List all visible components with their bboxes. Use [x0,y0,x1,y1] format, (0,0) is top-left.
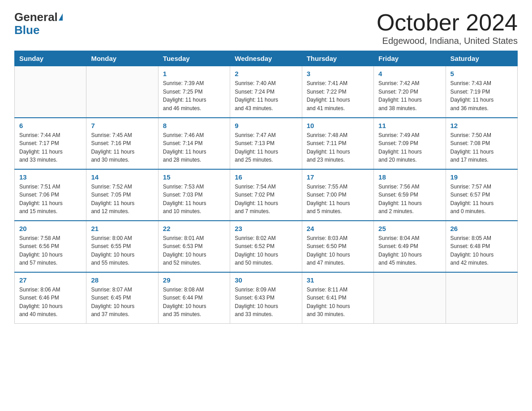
day-number: 25 [378,225,441,232]
day-info: Sunrise: 7:57 AMSunset: 6:57 PMDaylight:… [450,183,513,216]
calendar-cell: 7Sunrise: 7:45 AMSunset: 7:16 PMDaylight… [86,118,158,169]
day-number: 31 [307,276,369,284]
calendar-cell: 1Sunrise: 7:39 AMSunset: 7:25 PMDaylight… [158,66,230,118]
calendar-cell: 12Sunrise: 7:50 AMSunset: 7:08 PMDayligh… [446,118,517,169]
day-info: Sunrise: 7:52 AMSunset: 7:05 PMDaylight:… [91,183,153,216]
day-number: 24 [307,225,369,232]
calendar-cell [15,66,86,118]
day-info: Sunrise: 7:49 AMSunset: 7:09 PMDaylight:… [378,131,441,164]
day-info: Sunrise: 7:58 AMSunset: 6:56 PMDaylight:… [19,234,82,267]
day-info: Sunrise: 7:40 AMSunset: 7:24 PMDaylight:… [235,79,297,112]
day-number: 3 [307,70,369,77]
day-info: Sunrise: 8:07 AMSunset: 6:45 PMDaylight:… [91,286,153,319]
calendar-cell [446,272,517,324]
day-number: 12 [450,122,513,129]
day-info: Sunrise: 8:05 AMSunset: 6:48 PMDaylight:… [450,234,513,267]
calendar-cell: 25Sunrise: 8:04 AMSunset: 6:49 PMDayligh… [374,221,446,272]
calendar-cell: 17Sunrise: 7:55 AMSunset: 7:00 PMDayligh… [302,169,373,221]
day-info: Sunrise: 8:09 AMSunset: 6:43 PMDaylight:… [235,286,297,319]
day-number: 8 [163,122,225,129]
calendar-cell: 5Sunrise: 7:43 AMSunset: 7:19 PMDaylight… [446,66,517,118]
calendar-cell: 22Sunrise: 8:01 AMSunset: 6:53 PMDayligh… [158,221,230,272]
day-info: Sunrise: 8:00 AMSunset: 6:55 PMDaylight:… [91,234,153,267]
day-number: 1 [163,70,225,77]
calendar-cell: 4Sunrise: 7:42 AMSunset: 7:20 PMDaylight… [374,66,446,118]
day-info: Sunrise: 7:44 AMSunset: 7:17 PMDaylight:… [19,131,82,164]
calendar-cell: 15Sunrise: 7:53 AMSunset: 7:03 PMDayligh… [158,169,230,221]
calendar-week-row: 20Sunrise: 7:58 AMSunset: 6:56 PMDayligh… [15,221,518,272]
calendar-week-row: 1Sunrise: 7:39 AMSunset: 7:25 PMDaylight… [15,66,518,118]
calendar-cell: 19Sunrise: 7:57 AMSunset: 6:57 PMDayligh… [446,169,517,221]
calendar-cell: 21Sunrise: 8:00 AMSunset: 6:55 PMDayligh… [86,221,158,272]
day-info: Sunrise: 8:08 AMSunset: 6:44 PMDaylight:… [163,286,225,319]
calendar-cell: 2Sunrise: 7:40 AMSunset: 7:24 PMDaylight… [230,66,302,118]
day-number: 7 [91,122,153,129]
calendar-cell: 11Sunrise: 7:49 AMSunset: 7:09 PMDayligh… [374,118,446,169]
day-number: 30 [235,276,297,284]
logo-general: General [14,11,58,24]
day-info: Sunrise: 7:53 AMSunset: 7:03 PMDaylight:… [163,183,225,216]
calendar-cell: 6Sunrise: 7:44 AMSunset: 7:17 PMDaylight… [15,118,86,169]
day-number: 6 [19,122,82,129]
calendar-cell: 31Sunrise: 8:11 AMSunset: 6:41 PMDayligh… [302,272,373,324]
calendar-cell: 28Sunrise: 8:07 AMSunset: 6:45 PMDayligh… [86,272,158,324]
day-number: 18 [378,173,441,181]
calendar-cell: 24Sunrise: 8:03 AMSunset: 6:50 PMDayligh… [302,221,373,272]
day-info: Sunrise: 7:41 AMSunset: 7:22 PMDaylight:… [307,79,369,112]
day-number: 13 [19,173,82,181]
calendar-cell [86,66,158,118]
calendar-week-row: 13Sunrise: 7:51 AMSunset: 7:06 PMDayligh… [15,169,518,221]
calendar-cell: 26Sunrise: 8:05 AMSunset: 6:48 PMDayligh… [446,221,517,272]
weekday-header-row: SundayMondayTuesdayWednesdayThursdayFrid… [15,51,518,66]
calendar-cell: 14Sunrise: 7:52 AMSunset: 7:05 PMDayligh… [86,169,158,221]
day-info: Sunrise: 8:11 AMSunset: 6:41 PMDaylight:… [307,286,369,319]
day-number: 27 [19,276,82,284]
day-number: 17 [307,173,369,181]
calendar-cell: 13Sunrise: 7:51 AMSunset: 7:06 PMDayligh… [15,169,86,221]
calendar-cell: 27Sunrise: 8:06 AMSunset: 6:46 PMDayligh… [15,272,86,324]
weekday-header-tuesday: Tuesday [158,51,230,66]
day-info: Sunrise: 8:03 AMSunset: 6:50 PMDaylight:… [307,234,369,267]
day-number: 26 [450,225,513,232]
day-info: Sunrise: 7:43 AMSunset: 7:19 PMDaylight:… [450,79,513,112]
day-number: 28 [91,276,153,284]
weekday-header-monday: Monday [86,51,158,66]
day-number: 23 [235,225,297,232]
month-year-title: October 2024 [377,11,518,34]
calendar-cell: 10Sunrise: 7:48 AMSunset: 7:11 PMDayligh… [302,118,373,169]
day-number: 19 [450,173,513,181]
weekday-header-friday: Friday [374,51,446,66]
logo-blue: Blue [14,24,39,37]
day-info: Sunrise: 8:04 AMSunset: 6:49 PMDaylight:… [378,234,441,267]
calendar-cell: 8Sunrise: 7:46 AMSunset: 7:14 PMDaylight… [158,118,230,169]
day-info: Sunrise: 8:01 AMSunset: 6:53 PMDaylight:… [163,234,225,267]
day-info: Sunrise: 7:47 AMSunset: 7:13 PMDaylight:… [235,131,297,164]
day-number: 11 [378,122,441,129]
day-info: Sunrise: 7:39 AMSunset: 7:25 PMDaylight:… [163,79,225,112]
calendar-cell [374,272,446,324]
calendar-cell: 3Sunrise: 7:41 AMSunset: 7:22 PMDaylight… [302,66,373,118]
calendar-cell: 20Sunrise: 7:58 AMSunset: 6:56 PMDayligh… [15,221,86,272]
day-number: 2 [235,70,297,77]
day-info: Sunrise: 7:48 AMSunset: 7:11 PMDaylight:… [307,131,369,164]
day-number: 22 [163,225,225,232]
logo-triangle-icon [59,13,63,21]
logo: General Blue [14,11,63,36]
day-number: 9 [235,122,297,129]
day-number: 14 [91,173,153,181]
day-info: Sunrise: 7:55 AMSunset: 7:00 PMDaylight:… [307,183,369,216]
day-info: Sunrise: 7:56 AMSunset: 6:59 PMDaylight:… [378,183,441,216]
day-info: Sunrise: 7:51 AMSunset: 7:06 PMDaylight:… [19,183,82,216]
calendar-table: SundayMondayTuesdayWednesdayThursdayFrid… [14,51,518,324]
calendar-cell: 30Sunrise: 8:09 AMSunset: 6:43 PMDayligh… [230,272,302,324]
day-info: Sunrise: 7:45 AMSunset: 7:16 PMDaylight:… [91,131,153,164]
location-title: Edgewood, Indiana, United States [377,36,518,46]
calendar-cell: 29Sunrise: 8:08 AMSunset: 6:44 PMDayligh… [158,272,230,324]
weekday-header-saturday: Saturday [446,51,517,66]
day-info: Sunrise: 7:46 AMSunset: 7:14 PMDaylight:… [163,131,225,164]
day-number: 15 [163,173,225,181]
day-number: 16 [235,173,297,181]
day-info: Sunrise: 8:06 AMSunset: 6:46 PMDaylight:… [19,286,82,319]
weekday-header-sunday: Sunday [15,51,86,66]
calendar-cell: 9Sunrise: 7:47 AMSunset: 7:13 PMDaylight… [230,118,302,169]
